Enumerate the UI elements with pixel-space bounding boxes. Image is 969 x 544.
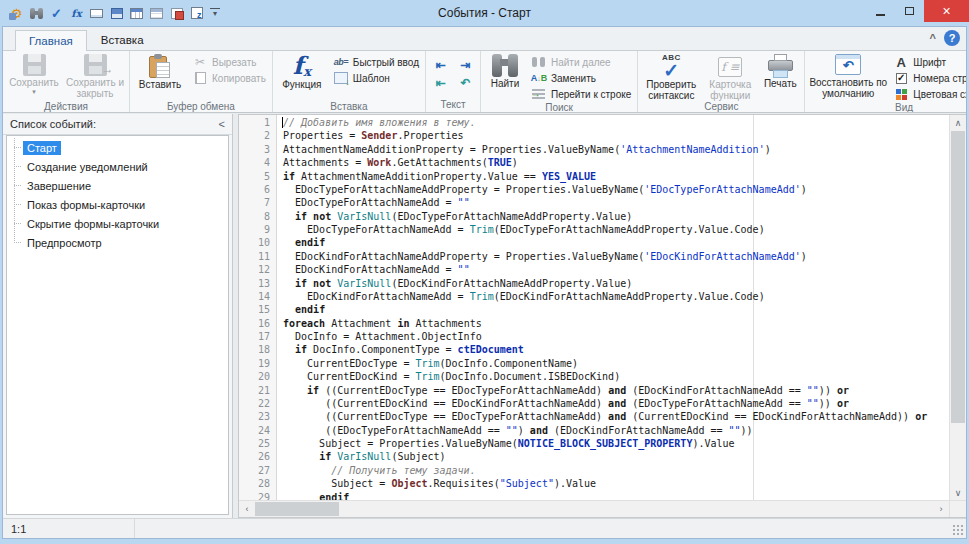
horizontal-scroll-thumb[interactable] [255,502,339,516]
function-label: Функция [282,80,321,91]
editbox-icon[interactable] [88,5,105,22]
line-number: 28 [239,477,270,490]
fx-icon[interactable]: fx [68,5,85,22]
event-list-item-label: Показ формы-карточки [23,198,149,212]
event-list-item[interactable]: Создание уведомлений [7,157,228,176]
copy-button[interactable]: Копировать [188,70,270,86]
increase-indent-button[interactable]: ⇥ [455,56,476,73]
group-label-actions: Действия [5,101,127,113]
restore-defaults-button[interactable]: ↶ Восстановить по умолчанию [807,52,889,101]
code-line: CurrentEDocType = Trim(DocInfo.Component… [283,357,949,370]
function-card-label: Карточка функции [702,80,758,101]
code-lines[interactable]: // Добавить имя вложения в тему.Properti… [278,115,949,500]
tab-insert[interactable]: Вставка [87,29,158,50]
color-swatch [902,95,907,100]
scroll-up-icon[interactable]: ∧ [950,115,966,130]
checkbox-checked-icon: ✓ [893,71,909,85]
tab-home[interactable]: Главная [15,30,87,51]
save-button[interactable]: Сохранить ▾ [5,52,63,101]
save-close-button[interactable]: → Сохранить и закрыть [63,52,127,101]
ribbon-group-search: Найти Найти далее A↓B Заменить [481,51,638,112]
group-label-text: Текст [428,99,478,112]
find-button[interactable]: Найти [483,52,527,101]
line-number: 2 [239,129,270,142]
decrease-indent-button[interactable]: ⇤ [430,56,451,73]
event-list: СтартСоздание уведомленийЗавершениеПоказ… [7,138,228,252]
help-button[interactable]: ? [944,30,960,46]
quick-input-button[interactable]: ab= Быстрый ввод [329,54,423,70]
horizontal-scrollbar[interactable]: ‹ › [239,500,949,517]
close-button[interactable]: × [924,0,969,22]
event-list-item[interactable]: Скрытие формы-карточки [7,214,228,233]
scroll-left-icon[interactable]: ‹ [239,501,255,516]
function-card-button[interactable]: f ≡ Карточка функции [702,52,758,101]
check-syntax-button[interactable]: ABC✓ Проверить синтаксис [640,52,702,101]
code-line: EDocTypeForAttachNameAddProperty = Prope… [283,183,949,196]
window-controls: × [866,0,969,22]
code-line: EDocTypeForAttachNameAdd = "" [283,196,949,209]
text-caret [282,117,283,128]
app-frame: Главная Вставка ^ ? Сохранить ▾ → Сох [2,26,967,539]
goto-line-button[interactable]: Перейти к строке [527,86,635,102]
event-list-item[interactable]: Завершение [7,176,228,195]
table-icon[interactable] [128,5,145,22]
folder-gear-icon[interactable]: ⚙ [8,5,25,22]
abc-check-icon[interactable]: ✓ [48,5,65,22]
scissors-icon: ✂ [192,55,208,69]
find-next-button[interactable]: Найти далее [527,54,635,70]
minimize-button[interactable] [866,0,895,22]
event-list-item-label: Предпросмотр [23,236,106,250]
event-list-item[interactable]: Показ формы-карточки [7,195,228,214]
comment-icon: ⇤ [435,76,445,90]
decrease-indent-icon: ⇤ [435,58,445,72]
print-label: Печать [764,79,797,90]
code-line: // Добавить имя вложения в тему. [283,116,949,129]
find-next-icon [531,55,547,69]
paste-button[interactable]: Вставить [132,52,188,101]
table-alt-icon[interactable] [148,5,165,22]
goto-line-icon [531,87,547,101]
ribbon-collapse-button[interactable]: ^ [930,32,936,44]
increase-indent-icon: ⇥ [460,58,470,72]
sidebar-header: Список событий: < [3,114,232,135]
print-button[interactable]: Печать [758,52,802,101]
code-line: if not VarIsNull(EDocKindForAttachNameAd… [283,277,949,290]
cut-button[interactable]: ✂ Вырезать [188,54,270,70]
event-list-item-label: Скрытие формы-карточки [23,217,163,231]
sidebar-collapse-button[interactable]: < [219,118,225,130]
color-scheme-label: Цветовая схема [913,89,966,100]
page-blue-icon[interactable] [188,5,205,22]
event-list-item[interactable]: Старт [7,138,228,157]
resize-grip-icon[interactable] [952,524,964,536]
vertical-scroll-thumb[interactable] [951,131,965,423]
scroll-down-icon[interactable]: ∨ [950,485,966,500]
line-number: 21 [239,384,270,397]
window-blue-icon[interactable] [108,5,125,22]
code-line: ((CurrentEDocType == EDocTypeForAttachNa… [283,410,949,423]
template-icon [333,71,349,85]
vertical-scrollbar[interactable]: ∧ ∨ [949,115,966,500]
line-numbers-checkbox[interactable]: ✓ Номера строк [889,70,966,86]
app-window: ⚙ ✓ fx ▾ События - Старт × Главная Встав… [0,0,969,544]
scroll-right-icon[interactable]: › [933,501,949,516]
font-button[interactable]: А Шрифт [889,54,966,70]
template-button[interactable]: Шаблон [329,70,423,86]
component-red-icon[interactable] [168,5,185,22]
code-line: EDocKindForAttachNameAdd = "" [283,263,949,276]
qat-overflow-icon[interactable]: ▾ [210,8,220,18]
minimize-icon [876,14,885,16]
save-close-icon: → [84,54,107,76]
line-number: 23 [239,410,270,423]
replace-button[interactable]: A↓B Заменить [527,70,635,86]
color-scheme-button[interactable]: Цветовая схема ▾ [889,86,966,102]
copy-label: Копировать [212,73,266,84]
function-button[interactable]: fx Функция [275,52,329,101]
comment-lines-button[interactable]: ⇤ [430,74,451,91]
event-list-item[interactable]: Предпросмотр [7,233,228,252]
group-label-clipboard: Буфер обмена [132,101,270,113]
binoculars-icon[interactable] [28,5,45,22]
maximize-button[interactable] [895,0,924,22]
uncomment-lines-button[interactable]: ↶ [455,74,476,91]
ribbon-group-text: ⇤ ⇥ ⇤ ↶ Текст [426,51,481,112]
code-editor[interactable]: 1234567891011121314151617181920212223242… [238,114,966,518]
